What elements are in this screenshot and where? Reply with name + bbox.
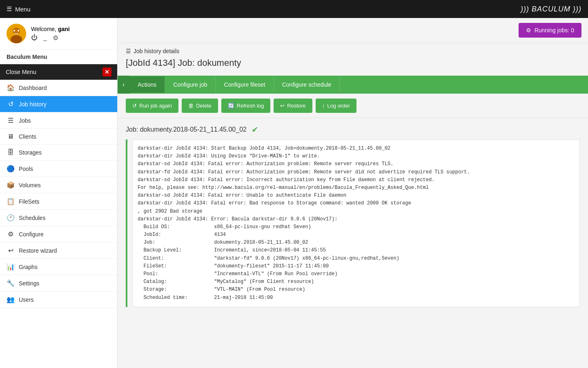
sidebar-item-volumes[interactable]: 📦Volumes	[0, 177, 117, 193]
sidebar-item-clients[interactable]: 🖥Clients	[0, 129, 117, 145]
nav-icon-users: 👥	[7, 296, 15, 303]
action-buttons: ↺ Run job again 🗑 Delete 🔄 Refresh log ↩…	[118, 94, 588, 118]
welcome-text: Welcome, gani	[31, 26, 70, 32]
sidebar-user: Welcome, gani ⏻ _ ⚙	[0, 18, 117, 49]
delete-button[interactable]: 🗑 Delete	[182, 99, 218, 113]
top-navbar: ☰ Menu ))) BACULUM )))	[0, 0, 588, 18]
restore-button[interactable]: ↩ Restore	[274, 99, 312, 113]
menu-toggle[interactable]: ☰ Menu	[7, 5, 31, 13]
nav-label-volumes: Volumes	[19, 182, 41, 188]
nav-label-configure: Configure	[19, 231, 44, 238]
nav-icon-storages: 🗄	[7, 149, 15, 156]
nav-label-users: Users	[19, 296, 34, 303]
terminal-icon[interactable]: _	[43, 34, 47, 42]
nav-label-clients: Clients	[19, 133, 36, 140]
sidebar-item-graphs[interactable]: 📊Graphs	[0, 259, 117, 275]
breadcrumb: ☰ Job history details	[126, 48, 580, 54]
nav-label-settings: Settings	[19, 280, 40, 287]
hamburger-icon: ☰	[7, 5, 12, 13]
nav-icon-pools: 🔵	[7, 165, 15, 173]
nav-icon-volumes: 📦	[7, 181, 15, 189]
log-order-icon: ↕	[322, 103, 325, 109]
nav-icon-configure: ⚙	[7, 230, 15, 238]
delete-icon: 🗑	[188, 103, 194, 109]
nav-icon-graphs: 📊	[7, 263, 15, 271]
job-log-header: Job: dokumenty.2018-05-21_11.45.00_02 ✔	[126, 125, 580, 135]
nav-icon-settings: 🔧	[7, 279, 15, 287]
log-left-border: darkstar-dir JobId 4134: Start Backup Jo…	[126, 139, 580, 307]
sidebar-item-pools[interactable]: 🔵Pools	[0, 161, 117, 177]
settings-icon[interactable]: ⚙	[53, 34, 58, 42]
nav-label-pools: Pools	[19, 166, 33, 172]
tab-configure-schedule[interactable]: Configure schedule	[274, 76, 340, 93]
sidebar-item-restore-wizard[interactable]: ↩Restore wizard	[0, 242, 117, 259]
sidebar-item-dashboard[interactable]: 🏠Dashboard	[0, 80, 117, 96]
log-content: darkstar-dir JobId 4134: Start Backup Jo…	[132, 139, 580, 307]
menu-label: Menu	[15, 6, 31, 13]
run-again-icon: ↺	[132, 103, 137, 109]
power-icon[interactable]: ⏻	[31, 34, 38, 42]
sidebar: Welcome, gani ⏻ _ ⚙ Baculum Menu Close M…	[0, 18, 118, 368]
nav-label-schedules: Schedules	[19, 215, 45, 221]
nav-icon-clients: 🖥	[7, 133, 15, 140]
nav-label-jobs: Jobs	[19, 117, 31, 124]
nav-label-graphs: Graphs	[19, 264, 38, 270]
running-jobs-label: Running jobs: 0	[535, 27, 574, 34]
nav-icon-dashboard: 🏠	[7, 84, 15, 92]
sidebar-item-filesets[interactable]: 📋FileSets	[0, 193, 117, 210]
running-jobs-bar: ⚙ Running jobs: 0	[118, 18, 588, 43]
sidebar-item-settings[interactable]: 🔧Settings	[0, 275, 117, 292]
svg-point-2	[11, 35, 22, 43]
nav-label-job-history: Job history	[19, 101, 47, 108]
breadcrumb-text: Job history details	[134, 48, 179, 54]
close-menu-label: Close Menu	[6, 69, 36, 75]
tab-actions[interactable]: Actions	[129, 76, 165, 93]
refresh-icon: 🔄	[228, 103, 234, 109]
nav-label-storages: Storages	[19, 149, 42, 156]
nav-icon-filesets: 📋	[7, 197, 15, 205]
log-order-button[interactable]: ↕ Log order	[316, 99, 356, 113]
tab-bar: ‹ ActionsConfigure jobConfigure filesetC…	[118, 76, 588, 94]
username: gani	[58, 26, 70, 32]
close-menu-bar[interactable]: Close Menu ✕	[0, 64, 117, 80]
sidebar-item-storages[interactable]: 🗄Storages	[0, 145, 117, 161]
sidebar-item-jobs[interactable]: ☰Jobs	[0, 112, 117, 129]
run-job-again-button[interactable]: ↺ Run job again	[126, 99, 178, 113]
nav-icon-schedules: 🕐	[7, 214, 15, 222]
gear-icon: ⚙	[526, 27, 531, 34]
nav-label-restore-wizard: Restore wizard	[19, 247, 57, 254]
nav-label-dashboard: Dashboard	[19, 85, 47, 91]
sidebar-item-configure[interactable]: ⚙Configure	[0, 226, 117, 242]
job-log-section: Job: dokumenty.2018-05-21_11.45.00_02 ✔ …	[118, 118, 588, 368]
tab-back-button[interactable]: ‹	[118, 76, 129, 94]
svg-point-3	[13, 30, 15, 31]
sidebar-item-users[interactable]: 👥Users	[0, 292, 117, 308]
sidebar-nav: 🏠Dashboard↺Job history☰Jobs🖥Clients🗄Stor…	[0, 80, 117, 368]
page-header: ☰ Job history details [JobId 4134] Job: …	[118, 43, 588, 76]
nav-icon-job-history: ↺	[7, 100, 15, 108]
success-checkmark: ✔	[252, 125, 258, 135]
baculum-menu-label: Baculum Menu	[0, 49, 117, 64]
job-log-title: Job: dokumenty.2018-05-21_11.45.00_02	[126, 126, 247, 133]
running-jobs-button[interactable]: ⚙ Running jobs: 0	[519, 23, 581, 38]
list-icon: ☰	[126, 48, 131, 54]
svg-point-4	[18, 30, 19, 31]
nav-label-filesets: FileSets	[19, 198, 40, 205]
avatar	[7, 24, 26, 43]
tab-configure-job[interactable]: Configure job	[165, 76, 216, 93]
sidebar-item-schedules[interactable]: 🕐Schedules	[0, 210, 117, 226]
nav-icon-jobs: ☰	[7, 117, 15, 124]
tab-configure-fileset[interactable]: Configure fileset	[216, 76, 274, 93]
main-content: ⚙ Running jobs: 0 ☰ Job history details …	[118, 18, 588, 368]
user-info: Welcome, gani ⏻ _ ⚙	[31, 26, 70, 42]
user-actions: ⏻ _ ⚙	[31, 34, 70, 42]
layout: Welcome, gani ⏻ _ ⚙ Baculum Menu Close M…	[0, 18, 588, 368]
close-menu-icon[interactable]: ✕	[102, 67, 111, 76]
brand-logo: ))) BACULUM )))	[521, 5, 581, 13]
nav-icon-restore-wizard: ↩	[7, 247, 15, 254]
refresh-log-button[interactable]: 🔄 Refresh log	[221, 99, 270, 113]
sidebar-item-job-history[interactable]: ↺Job history	[0, 96, 117, 112]
restore-icon: ↩	[280, 103, 285, 109]
page-title: [JobId 4134] Job: dokumenty	[126, 58, 580, 68]
